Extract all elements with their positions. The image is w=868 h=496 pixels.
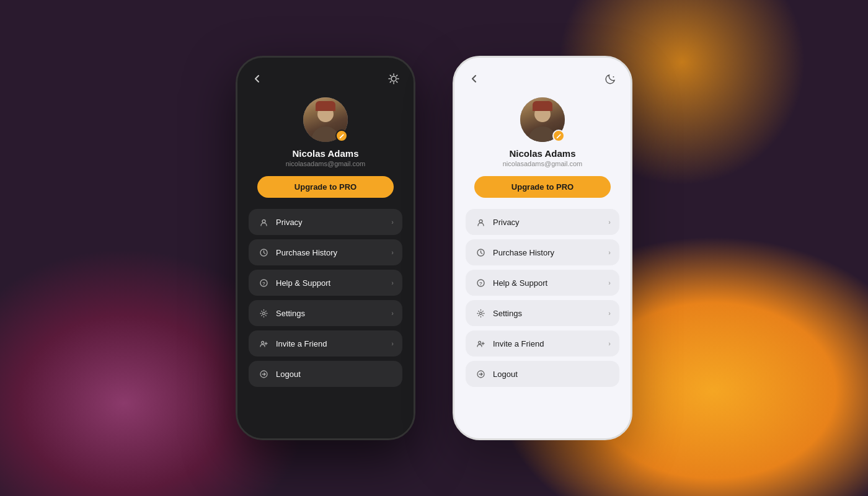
phone-light: Nicolas Adams nicolasadams@gmail.com Upg…: [453, 56, 632, 440]
invite-chevron-light: ›: [608, 340, 611, 347]
privacy-label-light: Privacy: [493, 218, 608, 227]
menu-item-settings-dark[interactable]: Settings ›: [249, 300, 402, 326]
help-icon-light: ?: [474, 277, 487, 289]
history-icon-light: [474, 246, 487, 259]
page-container: Nicolas Adams nicolasadams@gmail.com Upg…: [0, 0, 868, 496]
invite-icon-dark: [257, 337, 270, 350]
history-chevron-light: ›: [608, 249, 611, 256]
svg-line-7: [396, 75, 397, 76]
menu-item-help-dark[interactable]: ? Help & Support ›: [249, 270, 402, 296]
avatar-hat-dark: [316, 101, 335, 111]
avatar-wrapper-light: [520, 97, 565, 142]
settings-icon-dark: [257, 307, 270, 319]
privacy-icon-dark: [257, 216, 270, 228]
logout-icon-dark: [257, 368, 270, 380]
theme-toggle-light[interactable]: [602, 70, 619, 87]
privacy-chevron-light: ›: [608, 218, 611, 226]
back-button-light[interactable]: [466, 70, 483, 87]
svg-point-9: [262, 219, 265, 223]
invite-label-dark: Invite a Friend: [276, 339, 391, 348]
profile-section-light: Nicolas Adams nicolasadams@gmail.com Upg…: [466, 97, 619, 198]
avatar-hat-light: [533, 101, 552, 111]
theme-toggle-dark[interactable]: [385, 70, 402, 87]
settings-chevron-light: ›: [608, 309, 611, 317]
privacy-label-dark: Privacy: [276, 218, 391, 227]
privacy-chevron-dark: ›: [391, 218, 394, 226]
logout-label-light: Logout: [493, 370, 611, 379]
settings-label-light: Settings: [493, 309, 608, 318]
help-chevron-dark: ›: [391, 279, 394, 286]
topbar-dark: [249, 70, 402, 87]
profile-name-light: Nicolas Adams: [510, 148, 576, 159]
svg-line-8: [390, 81, 391, 82]
settings-label-dark: Settings: [276, 309, 391, 318]
svg-point-16: [613, 76, 614, 78]
svg-point-0: [391, 76, 396, 81]
menu-item-history-dark[interactable]: Purchase History ›: [249, 239, 402, 265]
settings-chevron-dark: ›: [391, 309, 394, 317]
profile-email-dark: nicolasadams@gmail.com: [286, 160, 366, 167]
menu-item-logout-dark[interactable]: Logout: [249, 361, 402, 387]
menu-item-settings-light[interactable]: Settings ›: [466, 300, 619, 326]
invite-chevron-dark: ›: [391, 340, 394, 347]
menu-item-history-light[interactable]: Purchase History ›: [466, 239, 619, 265]
upgrade-button-dark[interactable]: Upgrade to PRO: [257, 176, 394, 198]
menu-item-invite-light[interactable]: Invite a Friend ›: [466, 330, 619, 356]
privacy-icon-light: [474, 216, 487, 228]
history-icon-dark: [257, 246, 270, 259]
edit-badge-light[interactable]: [552, 130, 565, 142]
svg-point-14: [261, 341, 264, 343]
svg-text:?: ?: [262, 281, 265, 286]
menu-item-invite-dark[interactable]: Invite a Friend ›: [249, 330, 402, 356]
svg-point-22: [478, 341, 480, 343]
svg-point-21: [479, 312, 482, 314]
topbar-light: [466, 70, 619, 87]
screen-light: Nicolas Adams nicolasadams@gmail.com Upg…: [454, 58, 631, 438]
history-label-light: Purchase History: [493, 248, 608, 257]
menu-item-help-light[interactable]: ? Help & Support ›: [466, 270, 619, 296]
logout-label-dark: Logout: [276, 370, 394, 379]
help-chevron-light: ›: [608, 279, 611, 286]
menu-item-privacy-dark[interactable]: Privacy ›: [249, 209, 402, 235]
menu-list-dark: Privacy › Purchase History ›: [249, 209, 402, 421]
invite-label-light: Invite a Friend: [493, 339, 608, 348]
svg-line-5: [390, 75, 391, 76]
history-label-dark: Purchase History: [276, 248, 391, 257]
svg-point-17: [479, 219, 482, 223]
back-button-dark[interactable]: [249, 70, 266, 87]
logout-icon-light: [474, 368, 487, 380]
svg-text:?: ?: [479, 281, 482, 286]
avatar-wrapper-dark: [303, 97, 348, 142]
upgrade-button-light[interactable]: Upgrade to PRO: [474, 176, 611, 198]
svg-line-6: [396, 81, 397, 82]
history-chevron-dark: ›: [391, 249, 394, 256]
edit-badge-dark[interactable]: [335, 130, 348, 142]
menu-list-light: Privacy › Purchase History ›: [466, 209, 619, 421]
menu-item-privacy-light[interactable]: Privacy ›: [466, 209, 619, 235]
screen-dark: Nicolas Adams nicolasadams@gmail.com Upg…: [237, 58, 414, 438]
menu-item-logout-light[interactable]: Logout: [466, 361, 619, 387]
svg-point-13: [262, 312, 265, 314]
help-label-dark: Help & Support: [276, 278, 391, 288]
invite-icon-light: [474, 337, 487, 350]
help-label-light: Help & Support: [493, 278, 608, 288]
settings-icon-light: [474, 307, 487, 319]
profile-email-light: nicolasadams@gmail.com: [503, 160, 583, 167]
help-icon-dark: ?: [257, 277, 270, 289]
phone-dark: Nicolas Adams nicolasadams@gmail.com Upg…: [236, 56, 415, 440]
profile-section-dark: Nicolas Adams nicolasadams@gmail.com Upg…: [249, 97, 402, 198]
profile-name-dark: Nicolas Adams: [293, 148, 359, 159]
